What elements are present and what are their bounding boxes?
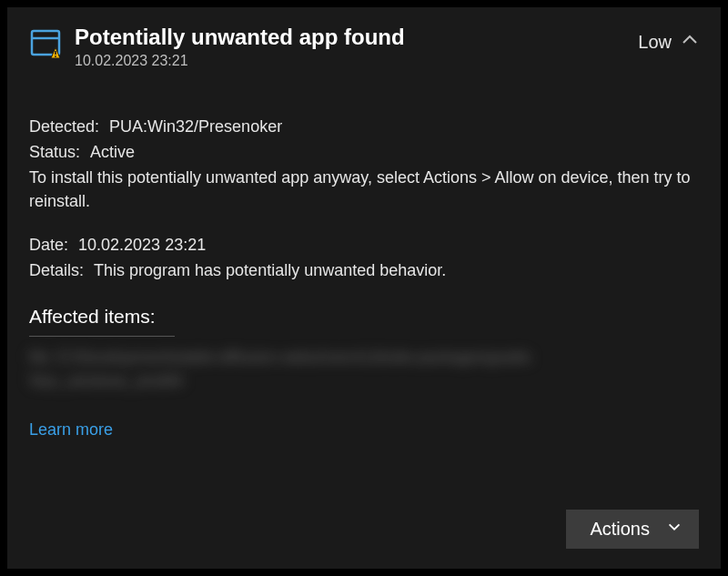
affected-item: file: D:\Development\stable-diffusion-we…	[29, 346, 699, 369]
actions-button-label: Actions	[590, 519, 650, 540]
instructions-text: To install this potentially unwanted app…	[29, 166, 699, 213]
details-label: Details:	[29, 261, 84, 279]
affected-items-list: file: D:\Development\stable-diffusion-we…	[29, 346, 699, 392]
learn-more-link[interactable]: Learn more	[29, 418, 113, 441]
threat-title: Potentially unwanted app found	[75, 24, 625, 51]
status-row: Status: Active	[29, 140, 699, 164]
date-label: Date:	[29, 236, 68, 254]
threat-detail-panel: Potentially unwanted app found 10.02.202…	[7, 7, 721, 569]
panel-footer: Actions	[29, 510, 699, 549]
heading-underline	[29, 336, 175, 337]
detected-label: Detected:	[29, 117, 99, 136]
chevron-down-icon	[666, 519, 682, 540]
details-value: This program has potentially unwanted be…	[94, 261, 446, 279]
affected-item: \frpc_windows_amd64	[29, 369, 699, 393]
actions-button[interactable]: Actions	[566, 510, 699, 549]
status-value: Active	[90, 143, 135, 161]
header-text: Potentially unwanted app found 10.02.202…	[75, 24, 625, 69]
date-value: 10.02.2023 23:21	[78, 236, 206, 254]
severity-label: Low	[638, 32, 672, 53]
detected-row: Detected: PUA:Win32/Presenoker	[29, 115, 699, 138]
affected-items-heading: Affected items:	[29, 303, 699, 330]
status-label: Status:	[29, 143, 80, 161]
details-row: Details: This program has potentially un…	[29, 258, 699, 282]
chevron-up-icon[interactable]	[681, 31, 699, 53]
date-row: Date: 10.02.2023 23:21	[29, 233, 699, 257]
panel-header: Potentially unwanted app found 10.02.202…	[29, 24, 699, 69]
header-right[interactable]: Low	[638, 31, 699, 53]
threat-timestamp: 10.02.2023 23:21	[75, 53, 625, 69]
browser-warning-icon	[29, 27, 62, 64]
panel-body: Detected: PUA:Win32/Presenoker Status: A…	[29, 115, 699, 441]
detected-value: PUA:Win32/Presenoker	[109, 117, 282, 136]
svg-point-4	[55, 56, 56, 57]
